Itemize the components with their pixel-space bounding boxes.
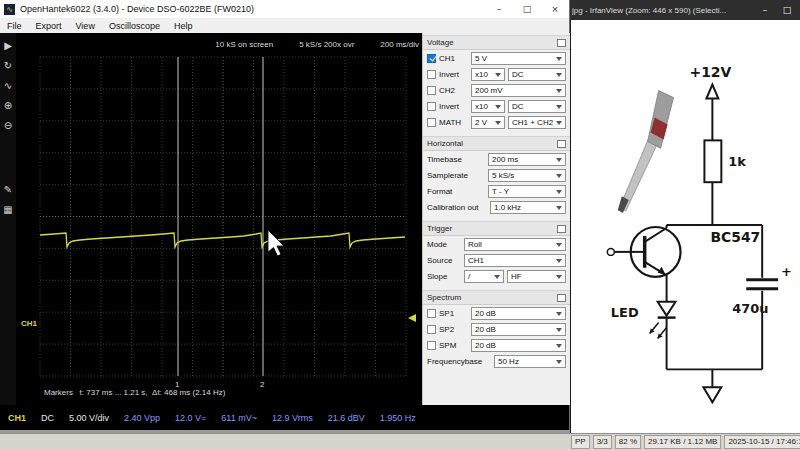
ch2-invert-label: Invert <box>439 102 468 111</box>
trigger-source-select[interactable]: CH1 <box>464 254 566 267</box>
window-title: OpenHantek6022 (3.4.0) - Device DSO-6022… <box>20 4 485 14</box>
ch2-invert-checkbox[interactable] <box>427 102 436 111</box>
left-toolbar: ▶ ↻ ∿ ⊕ ⊖ ✎ ▦ <box>0 33 16 405</box>
menu-oscilloscope[interactable]: Oscilloscope <box>102 21 167 31</box>
ch2-range-select[interactable]: 200 mV <box>471 84 566 97</box>
math-range-select[interactable]: 2 V <box>471 116 505 129</box>
sp1-select[interactable]: 20 dB <box>471 307 566 320</box>
dock-panel: Voltage CH1 5 V Invert x10 DC CH2 <box>422 33 570 405</box>
app-icon: ∿ <box>4 4 15 15</box>
annotate-icon[interactable]: ✎ <box>4 185 12 195</box>
status-zoom: 82 % <box>615 435 641 449</box>
sp2-checkbox[interactable] <box>427 325 436 334</box>
samplerate-label: Samplerate <box>427 171 485 180</box>
math-mode-select[interactable]: CH1 + CH2 <box>508 116 566 129</box>
dock-float-icon[interactable] <box>557 294 566 302</box>
status-filesize: 29.17 KB / 1.12 MB <box>644 435 721 449</box>
zoom-out-icon[interactable]: ⊖ <box>4 121 12 131</box>
menu-export[interactable]: Export <box>29 21 69 31</box>
format-label: Format <box>427 187 485 196</box>
timebase-overlay: 200 ms/div <box>380 40 419 49</box>
menu-view[interactable]: View <box>69 21 102 31</box>
measure-channel: CH1 <box>8 413 26 423</box>
trigger-slope-label: Slope <box>427 272 461 281</box>
ch1-coupling-select[interactable]: DC <box>508 68 566 81</box>
waveform-icon[interactable]: ∿ <box>4 81 12 91</box>
zoom-in-icon[interactable]: ⊕ <box>4 101 12 111</box>
trigger-mode-select[interactable]: Roll <box>464 238 566 251</box>
dock-title-label: Horizontal <box>427 139 463 148</box>
irfanview-window: jpg - IrfanView (Zoom: 446 x 590) (Selec… <box>570 0 800 433</box>
ch1-row: CH1 5 V <box>423 50 570 66</box>
measure-vdc: 12.0 V= <box>175 413 206 423</box>
maximize-button[interactable]: □ <box>513 0 541 18</box>
ch1-invert-label: Invert <box>439 70 468 79</box>
spm-checkbox[interactable] <box>427 341 436 350</box>
led-label: LED <box>611 305 639 320</box>
dock-float-icon[interactable] <box>557 225 566 233</box>
samplerate-overlay: 5 kS/s 200x ovr <box>299 40 354 49</box>
close-button[interactable]: × <box>541 0 569 18</box>
spectrum-dock-title: Spectrum <box>423 290 570 305</box>
irfanview-restore-button[interactable]: □ <box>776 5 798 15</box>
transistor-label: BC547 <box>710 229 760 245</box>
ch1-checkbox[interactable] <box>427 54 436 63</box>
timebase-select[interactable]: 200 ms <box>488 153 566 166</box>
ch2-checkbox[interactable] <box>427 86 436 95</box>
sp2-row: SP2 20 dB <box>423 321 570 337</box>
trigger-slope-select[interactable]: / <box>464 270 504 283</box>
trigger-filter-select[interactable]: HF <box>507 270 566 283</box>
sp1-checkbox[interactable] <box>427 309 436 318</box>
refresh-icon[interactable]: ↻ <box>4 61 12 71</box>
samplerate-select[interactable]: 5 kS/s <box>488 169 566 182</box>
menu-help[interactable]: Help <box>167 21 200 31</box>
voltage-dock: Voltage CH1 5 V Invert x10 DC CH2 <box>423 35 570 130</box>
format-row: Format T - Y <box>423 183 570 199</box>
timebase-label: Timebase <box>427 155 485 164</box>
supply-label: +12V <box>689 64 731 80</box>
spm-row: SPM 20 dB <box>423 337 570 353</box>
ch2-coupling-select[interactable]: DC <box>508 100 566 113</box>
dock-float-icon[interactable] <box>557 140 566 148</box>
trigger-source-label: Source <box>427 256 461 265</box>
start-icon[interactable]: ▶ <box>4 41 12 51</box>
measurement-bar: CH1 DC 5.00 V/div 2.40 Vpp 12.0 V= 611 m… <box>0 405 569 430</box>
ch1-probe-select[interactable]: x10 <box>471 68 505 81</box>
ch2-probe-select[interactable]: x10 <box>471 100 505 113</box>
frequencybase-label: Frequencybase <box>427 357 491 366</box>
irfanview-minimize-button[interactable]: – <box>754 5 776 15</box>
resistor-symbol <box>704 140 721 182</box>
irfanview-titlebar: jpg - IrfanView (Zoom: 446 x 590) (Selec… <box>570 0 800 20</box>
status-image-index: 3/3 <box>593 435 612 449</box>
ch1-invert-checkbox[interactable] <box>427 70 436 79</box>
dock-float-icon[interactable] <box>557 39 566 47</box>
trigger-mode-row: Mode Roll <box>423 236 570 252</box>
spm-select[interactable]: 20 dB <box>471 339 566 352</box>
spectrum-dock: Spectrum SP1 20 dB SP2 20 dB SPM 20 dB <box>423 290 570 369</box>
math-label: MATH <box>439 118 468 127</box>
sp2-select[interactable]: 20 dB <box>471 323 566 336</box>
cap-polarity-label: + <box>781 264 792 279</box>
scope-info-row: 10 kS on screen 5 kS/s 200x ovr 200 ms/d… <box>215 40 419 49</box>
measure-coupling: DC <box>41 413 54 423</box>
timebase-row: Timebase 200 ms <box>423 151 570 167</box>
grid-icon[interactable]: ▦ <box>3 205 12 215</box>
measure-dbv: 21.6 dBV <box>328 413 365 423</box>
ch1-range-select[interactable]: 5 V <box>471 52 566 65</box>
format-select[interactable]: T - Y <box>488 185 566 198</box>
math-checkbox[interactable] <box>427 118 436 127</box>
menu-file[interactable]: File <box>0 21 29 31</box>
frequencybase-select[interactable]: 50 Hz <box>494 355 566 368</box>
ch2-row: CH2 200 mV <box>423 82 570 98</box>
markers-readout: Markers t: 737 ms ... 1.21 s, Δt: 468 ms… <box>44 388 225 397</box>
ch1-offset-label[interactable]: CH1 <box>21 319 37 328</box>
status-bpp: PP <box>571 435 590 449</box>
irfanview-canvas: +12V 1k BC547 + 470u LED <box>570 20 800 433</box>
samples-on-screen: 10 kS on screen <box>215 40 273 49</box>
scope-display: 1 2 10 kS on screen 5 kS/s 200x ovr 200 … <box>16 33 422 405</box>
minimize-button[interactable]: – <box>485 0 513 18</box>
dock-title-label: Voltage <box>427 38 454 47</box>
trigger-level-marker-icon[interactable] <box>408 314 416 322</box>
calibration-select[interactable]: 1.0 kHz <box>490 201 566 214</box>
openhantek-window: ∿ OpenHantek6022 (3.4.0) - Device DSO-60… <box>0 0 570 430</box>
